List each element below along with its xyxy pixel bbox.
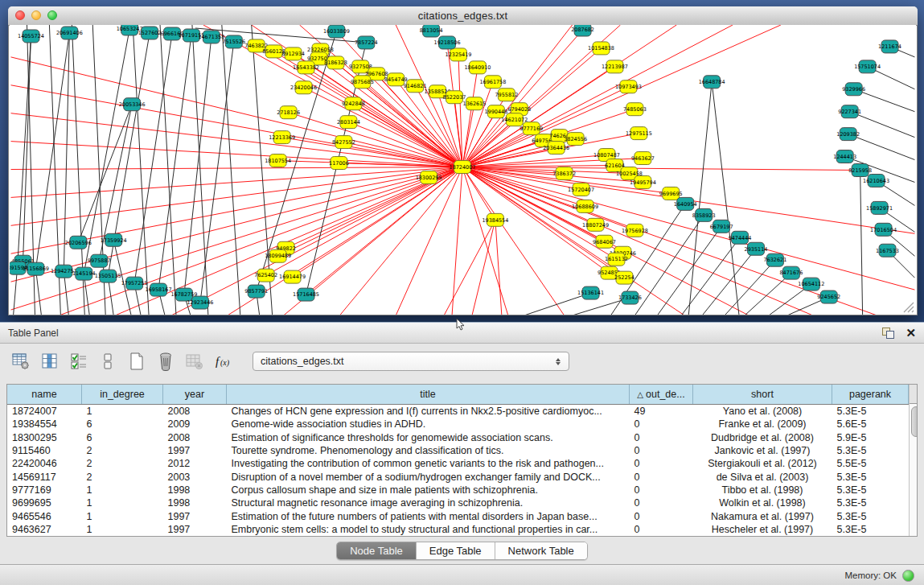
table-row[interactable]: 969969511998Structural magnetic resonanc… (7, 496, 909, 509)
graph-node[interactable]: 12975115 (626, 127, 652, 140)
graph-node[interactable]: 1733426 (618, 291, 642, 304)
window-titlebar[interactable]: citations_edges.txt (8, 6, 918, 26)
graph-node[interactable]: 9875685 (351, 76, 374, 89)
graph-node[interactable]: 117006 (329, 157, 349, 170)
scrollbar-track[interactable] (910, 404, 917, 536)
table-row[interactable]: 1456911722003Disruption of a novel membe… (7, 470, 909, 483)
graph-node[interactable]: 8471676 (779, 266, 803, 279)
graph-node[interactable]: 9329966 (842, 83, 865, 96)
graph-node[interactable]: 18807249 (582, 218, 609, 231)
graph-node[interactable]: 1527602 (138, 27, 162, 39)
graph-node[interactable]: 15892971 (866, 201, 893, 214)
graph-node[interactable]: 9684067 (593, 235, 616, 248)
graph-node[interactable]: 8427552 (332, 136, 355, 149)
column-header-short[interactable]: short (693, 385, 832, 405)
table-row[interactable]: 946554611997Estimation of the future num… (7, 509, 909, 522)
graph-node[interactable]: 9245652 (817, 290, 840, 303)
table-mode-icon[interactable] (10, 350, 32, 373)
graph-node[interactable]: 16648784 (699, 76, 725, 89)
table-scrollbar[interactable] (909, 385, 917, 536)
zoom-window-button[interactable] (47, 10, 57, 20)
graph-node[interactable]: 18640910 (464, 61, 491, 74)
graph-node[interactable]: 16033809 (323, 25, 350, 38)
create-column-icon[interactable] (125, 350, 148, 373)
graph-node[interactable]: 16961758 (479, 76, 506, 89)
close-window-button[interactable] (15, 10, 25, 20)
graph-node[interactable]: 252254 (614, 271, 634, 284)
graph-node[interactable]: 19384554 (482, 213, 508, 226)
graph-node[interactable]: 1145194 (72, 267, 96, 280)
graph-node[interactable]: 10688609 (572, 200, 598, 212)
graph-node[interactable]: 7857224 (355, 36, 378, 49)
graph-node[interactable]: 10154838 (588, 42, 614, 55)
column-header-out_de[interactable]: △out_de... (630, 385, 693, 405)
column-header-year[interactable]: year (163, 385, 227, 405)
graph-node[interactable]: 16958167 (146, 283, 172, 296)
table-row[interactable]: 1872400712008Changes of HCN gene express… (7, 405, 909, 418)
tab-edge-table[interactable]: Edge Table (417, 542, 495, 559)
delete-table-icon[interactable] (183, 350, 206, 373)
graph-node[interactable]: 12213987 (602, 60, 628, 73)
network-canvas[interactable]: 1872400774638228560128891293423226058932… (10, 25, 916, 315)
graph-node[interactable]: 15720407 (568, 183, 594, 196)
graph-node[interactable]: 15716485 (293, 288, 319, 301)
graph-node[interactable]: 9975887 (88, 254, 111, 267)
table-row[interactable]: 977716911998Corpus callosum shape and si… (7, 484, 909, 496)
graph-node[interactable]: 1615132 (605, 253, 628, 266)
column-header-name[interactable]: name (7, 385, 82, 405)
graph-node[interactable]: 9463627 (631, 152, 655, 165)
graph-node[interactable]: 7625402 (254, 269, 277, 282)
graph-node[interactable]: 9857791 (244, 285, 268, 298)
graph-node[interactable]: 2803144 (337, 116, 360, 129)
column-header-pagerank[interactable]: pagerank (832, 385, 909, 405)
graph-node[interactable]: 9227341 (838, 105, 861, 118)
table-row[interactable]: 1938455462009Genome-wide association stu… (7, 418, 909, 431)
graph-node[interactable]: 8813054 (420, 25, 443, 37)
tab-network-table[interactable]: Network Table (495, 542, 587, 559)
float-panel-icon[interactable] (882, 328, 894, 339)
graph-node[interactable]: 9146821 (404, 80, 427, 93)
delete-column-icon[interactable] (154, 350, 177, 373)
graph-node[interactable]: 17016504 (870, 223, 897, 236)
graph-node[interactable]: 6679197 (710, 220, 733, 233)
graph-node[interactable]: 20206596 (65, 236, 92, 249)
clear-selection-icon[interactable] (97, 350, 119, 373)
column-header-title[interactable]: title (227, 385, 630, 405)
graph-node[interactable]: 7515526 (222, 35, 245, 48)
graph-node[interactable]: 7955812 (495, 89, 518, 101)
graph-node[interactable]: 9242848 (342, 97, 365, 110)
graph-node[interactable]: 9777169 (519, 122, 543, 135)
graph-node[interactable]: 1167533 (876, 244, 899, 257)
graph-node[interactable]: 1362615 (463, 97, 487, 110)
graph-node[interactable]: 1211674 (878, 40, 901, 53)
graph-node[interactable]: 20691406 (56, 27, 83, 39)
graph-node[interactable]: 8912934 (281, 47, 305, 60)
graph-node[interactable]: 1640954 (674, 197, 697, 210)
table-row[interactable]: 911546021997Tourette syndrome. Phenomeno… (7, 444, 909, 457)
minimize-window-button[interactable] (31, 10, 41, 20)
table-row[interactable]: 2242004622012Investigating the contribut… (7, 457, 909, 470)
graph-node[interactable]: 1244413 (833, 150, 856, 163)
graph-node[interactable]: 13505135 (95, 270, 121, 282)
column-header-in_degree[interactable]: in_degree (82, 385, 163, 405)
tab-node-table[interactable]: Node Table (337, 542, 417, 559)
graph-node[interactable]: 14055724 (18, 30, 44, 43)
graph-node[interactable]: 2935114 (745, 242, 768, 255)
graph-node[interactable]: 8358923 (692, 208, 716, 221)
graph-node[interactable]: 7485063 (623, 103, 647, 116)
graph-node[interactable]: 8186328 (324, 56, 347, 69)
graph-node[interactable]: 3824556 (564, 133, 587, 146)
graph-node[interactable]: 15136141 (577, 286, 604, 299)
graph-node[interactable]: 7386372 (552, 167, 576, 180)
close-panel-icon[interactable]: ✕ (906, 328, 916, 339)
graph-node[interactable]: 7632621 (764, 253, 787, 266)
table-row[interactable]: 1830029562008Estimation of significance … (7, 431, 909, 444)
graph-node[interactable]: 8215958 (848, 164, 872, 177)
table-selector-dropdown[interactable]: citations_edges.txt (253, 352, 569, 371)
graph-node[interactable]: 2087682 (571, 25, 594, 36)
function-builder-icon[interactable]: f(x) (212, 350, 235, 373)
scrollbar-thumb[interactable] (911, 406, 918, 437)
graph-node[interactable]: 19218506 (434, 36, 461, 49)
canvas-resize-grip[interactable] (901, 300, 914, 313)
graph-node[interactable]: 16914479 (279, 270, 306, 283)
